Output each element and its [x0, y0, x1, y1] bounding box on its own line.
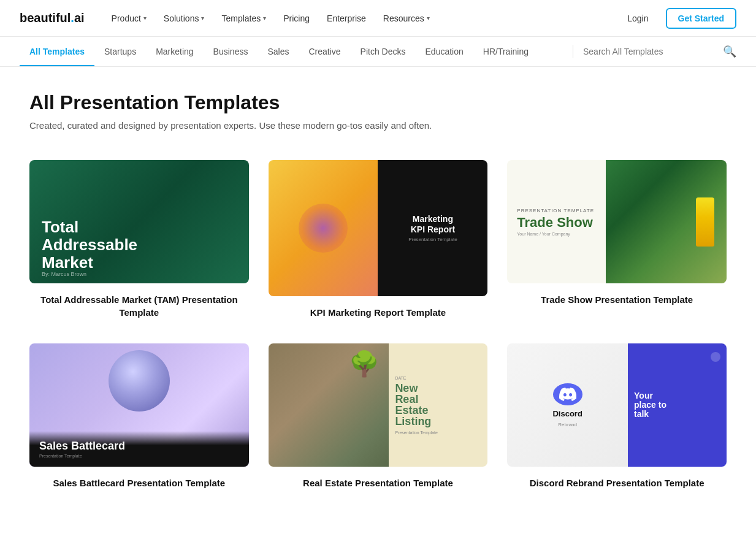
logo[interactable]: beautiful.ai: [20, 11, 85, 25]
template-thumb-tam: TotalAddressableMarket By: Marcus Brown: [29, 160, 249, 283]
navbar: beautiful.ai Product ▾ Solutions ▾ Templ…: [0, 0, 756, 37]
sales-title-text: Sales Battlecard: [39, 440, 239, 453]
kpi-blob: [299, 204, 348, 253]
kpi-subtitle-text: Presentation Template: [408, 237, 457, 242]
nav-label-templates: Templates: [221, 13, 261, 23]
nav-item-templates[interactable]: Templates ▾: [214, 10, 273, 27]
template-card-salesbattlecard[interactable]: Sales Battlecard Presentation Template S…: [29, 343, 249, 489]
realestate-photo: 🌳: [269, 343, 389, 467]
discord-right-text: Yourplace totalk: [634, 391, 720, 419]
nav-label-solutions: Solutions: [164, 13, 199, 23]
chevron-down-icon: ▾: [201, 15, 204, 21]
tab-business[interactable]: Business: [204, 37, 258, 66]
realestate-tree: 🌳: [349, 350, 380, 378]
realestate-text-panel: DATE NewRealEstateListing Presentation T…: [389, 343, 487, 467]
tab-hr-training[interactable]: HR/Training: [473, 37, 538, 66]
page-subtitle: Created, curated and designed by present…: [29, 120, 727, 131]
chevron-down-icon: ▾: [427, 15, 430, 21]
template-thumb-tradeshow: PRESENTATION TEMPLATE Trade Show Your Na…: [507, 160, 727, 283]
kpi-title-text: MarketingKPI Report: [411, 214, 455, 235]
template-name-kpi: KPI Marketing Report Template: [269, 306, 488, 319]
kpi-left-panel: [269, 160, 378, 296]
template-name-tradeshow: Trade Show Presentation Template: [507, 293, 727, 306]
nav-item-enterprise[interactable]: Enterprise: [319, 10, 373, 27]
sales-bottom: Sales Battlecard Presentation Template: [29, 431, 249, 467]
nav-item-solutions[interactable]: Solutions ▾: [156, 10, 212, 27]
template-thumb-sales: Sales Battlecard Presentation Template: [29, 343, 249, 467]
tam-title-text: TotalAddressableMarket: [42, 218, 137, 271]
discord-rebrand-label: Rebrand: [558, 422, 577, 427]
tabs-bar: All Templates Startups Marketing Busines…: [0, 37, 756, 67]
tab-startups[interactable]: Startups: [94, 37, 146, 66]
tabs-left: All Templates Startups Marketing Busines…: [20, 37, 570, 66]
template-card-discord[interactable]: Discord Rebrand Yourplace totalk Discord…: [507, 343, 727, 489]
realestate-sub-text: Presentation Template: [395, 431, 481, 435]
main-content: All Presentation Templates Created, cura…: [0, 67, 756, 514]
tam-author: By: Marcus Brown: [42, 271, 86, 277]
discord-left-panel: Discord Rebrand: [507, 343, 628, 467]
tab-marketing[interactable]: Marketing: [146, 37, 203, 66]
template-thumb-discord: Discord Rebrand Yourplace totalk: [507, 343, 727, 467]
discord-wordmark: Discord: [552, 409, 582, 418]
nav-items: Product ▾ Solutions ▾ Templates ▾ Pricin…: [104, 10, 616, 27]
search-icon[interactable]: 🔍: [723, 45, 736, 58]
tradeshow-image: [606, 160, 727, 283]
search-input[interactable]: [583, 47, 718, 56]
chevron-down-icon: ▾: [143, 15, 147, 21]
template-name-tam: Total Addressable Market (TAM) Presentat…: [29, 293, 249, 319]
template-name-salesbattlecard: Sales Battlecard Presentation Template: [29, 477, 249, 489]
template-name-realestate: Real Estate Presentation Template: [269, 477, 488, 489]
discord-right-panel: Yourplace totalk: [628, 343, 727, 467]
template-name-discord: Discord Rebrand Presentation Template: [507, 477, 727, 489]
tab-education[interactable]: Education: [416, 37, 473, 66]
tab-pitch-decks[interactable]: Pitch Decks: [351, 37, 416, 66]
nav-label-pricing: Pricing: [283, 13, 310, 23]
nav-item-product[interactable]: Product ▾: [104, 10, 154, 27]
template-card-kpi[interactable]: MarketingKPI Report Presentation Templat…: [269, 160, 488, 319]
realestate-date: DATE: [395, 376, 481, 380]
template-thumb-kpi: MarketingKPI Report Presentation Templat…: [269, 160, 488, 296]
nav-label-enterprise: Enterprise: [327, 13, 366, 23]
nav-label-product: Product: [112, 13, 141, 23]
tab-all-templates[interactable]: All Templates: [20, 37, 94, 66]
discord-bubble-icon: [711, 352, 720, 362]
login-button[interactable]: Login: [620, 10, 655, 27]
template-thumb-realestate: 🌳 DATE NewRealEstateListing Presentation…: [269, 343, 488, 467]
chevron-down-icon: ▾: [263, 15, 266, 21]
nav-right: Login Get Started: [620, 8, 736, 29]
realestate-title-text: NewRealEstateListing: [395, 383, 481, 427]
tradeshow-bottle: [696, 197, 714, 247]
page-title: All Presentation Templates: [29, 91, 727, 114]
template-card-tradeshow[interactable]: PRESENTATION TEMPLATE Trade Show Your Na…: [507, 160, 727, 319]
template-card-tam[interactable]: TotalAddressableMarket By: Marcus Brown …: [29, 160, 249, 319]
template-card-realestate[interactable]: 🌳 DATE NewRealEstateListing Presentation…: [269, 343, 488, 489]
get-started-button[interactable]: Get Started: [666, 8, 736, 29]
sales-sub-text: Presentation Template: [39, 454, 239, 458]
tab-sales[interactable]: Sales: [258, 37, 299, 66]
discord-logo-icon: [553, 383, 582, 405]
templates-grid: TotalAddressableMarket By: Marcus Brown …: [29, 160, 727, 489]
nav-item-pricing[interactable]: Pricing: [276, 10, 317, 27]
tab-creative[interactable]: Creative: [299, 37, 350, 66]
nav-item-resources[interactable]: Resources ▾: [376, 10, 437, 27]
search-area: 🔍: [573, 45, 736, 58]
kpi-right-panel: MarketingKPI Report Presentation Templat…: [378, 160, 487, 296]
sales-ball: [109, 350, 170, 411]
nav-label-resources: Resources: [383, 13, 424, 23]
